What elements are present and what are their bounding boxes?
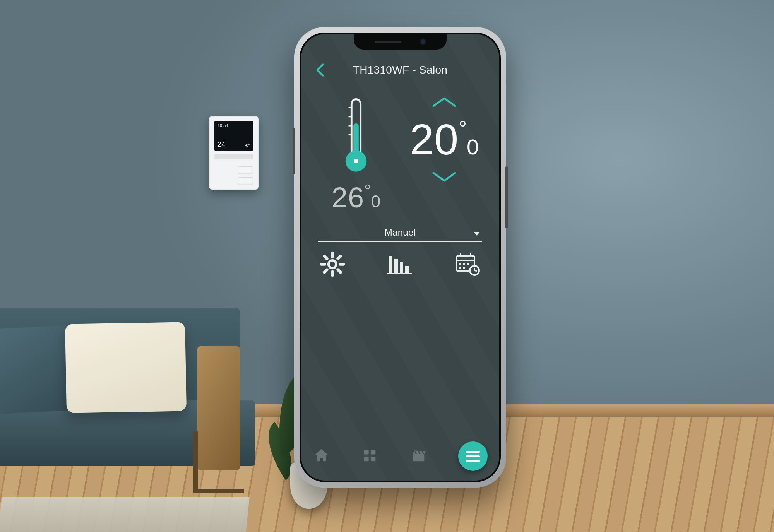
chevron-left-icon xyxy=(313,68,328,80)
back-button[interactable] xyxy=(313,62,328,78)
schedule-button[interactable] xyxy=(454,253,481,277)
thermometer-icon xyxy=(341,96,371,179)
increase-setpoint-button[interactable] xyxy=(428,94,461,111)
svg-line-33 xyxy=(474,270,477,271)
svg-rect-27 xyxy=(463,263,465,265)
nav-home[interactable] xyxy=(313,445,334,467)
svg-rect-29 xyxy=(459,267,461,269)
sofa xyxy=(0,277,263,493)
svg-rect-17 xyxy=(389,256,392,273)
caret-down-icon xyxy=(474,232,480,236)
svg-rect-18 xyxy=(394,259,398,273)
svg-rect-30 xyxy=(463,267,465,269)
decrease-setpoint-button[interactable] xyxy=(428,168,461,185)
svg-rect-19 xyxy=(400,262,403,273)
wall-room-temp: 24 xyxy=(217,140,225,149)
current-temperature: 26°0 xyxy=(332,181,380,214)
clapper-icon xyxy=(410,447,432,466)
app-screen: TH1310WF - Salon xyxy=(301,34,499,481)
svg-line-14 xyxy=(338,270,341,272)
chevron-up-icon xyxy=(428,105,461,112)
current-temp-decimal: 0 xyxy=(371,192,380,211)
svg-rect-37 xyxy=(371,457,376,461)
svg-rect-35 xyxy=(371,450,376,454)
statistics-button[interactable] xyxy=(387,253,414,277)
svg-point-7 xyxy=(354,159,358,164)
phone-frame: TH1310WF - Salon xyxy=(294,27,506,488)
svg-rect-26 xyxy=(459,263,461,265)
svg-rect-28 xyxy=(467,263,469,265)
bottom-nav xyxy=(301,442,499,481)
degree-mark: ° xyxy=(364,181,371,200)
svg-point-8 xyxy=(329,260,336,268)
page-title: TH1310WF - Salon xyxy=(353,64,447,76)
chevron-down-icon xyxy=(428,180,461,186)
mode-select[interactable]: Manuel xyxy=(318,227,482,242)
svg-rect-20 xyxy=(405,266,409,273)
phone-notch xyxy=(354,34,447,50)
wall-down-button[interactable] xyxy=(238,177,253,185)
settings-button[interactable] xyxy=(319,253,346,277)
bar-chart-icon xyxy=(387,252,414,278)
nav-scenes[interactable] xyxy=(410,445,432,467)
mode-label: Manuel xyxy=(385,227,416,238)
nav-dashboard[interactable] xyxy=(361,445,383,467)
hamburger-icon xyxy=(466,451,480,462)
svg-rect-5 xyxy=(353,123,359,154)
rug xyxy=(0,497,250,532)
setpoint-decimal: 0 xyxy=(467,134,479,159)
wall-up-button[interactable] xyxy=(238,166,253,174)
wall-thermostat: 10:54 24 -8° xyxy=(209,116,259,190)
wall-outside-temp: -8° xyxy=(245,143,250,147)
svg-line-16 xyxy=(324,270,327,272)
svg-rect-34 xyxy=(364,450,369,454)
home-icon xyxy=(313,447,334,466)
svg-rect-36 xyxy=(364,457,369,461)
calendar-clock-icon xyxy=(454,252,481,278)
nav-menu[interactable] xyxy=(458,441,488,471)
svg-line-13 xyxy=(324,256,327,259)
wall-time: 10:54 xyxy=(217,123,228,128)
grid-icon xyxy=(361,447,383,466)
app-header: TH1310WF - Salon xyxy=(301,56,499,84)
svg-rect-38 xyxy=(413,454,424,461)
svg-line-15 xyxy=(338,256,341,259)
current-temp-whole: 26 xyxy=(332,181,364,214)
setpoint-whole: 20 xyxy=(410,115,459,164)
gear-icon xyxy=(319,251,346,279)
setpoint-temperature: 20°0 xyxy=(410,115,479,164)
degree-mark: ° xyxy=(459,116,467,140)
wall-thermostat-screen: 10:54 24 -8° xyxy=(214,121,253,151)
